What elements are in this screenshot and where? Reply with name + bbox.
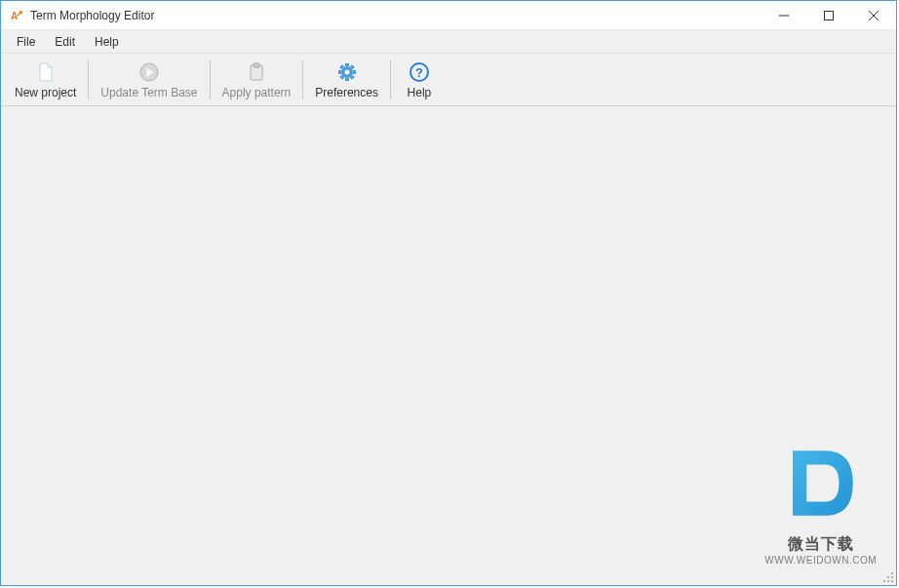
titlebar-left: A Term Morphology Editor <box>9 8 154 23</box>
svg-point-12 <box>891 572 893 574</box>
apply-pattern-button: Apply pattern <box>215 57 299 103</box>
new-file-icon <box>34 60 58 84</box>
preferences-label: Preferences <box>315 86 378 99</box>
new-project-button[interactable]: New project <box>7 57 84 103</box>
svg-rect-2 <box>825 11 834 20</box>
help-label: Help <box>408 86 432 99</box>
close-button[interactable] <box>851 1 896 29</box>
svg-text:A: A <box>11 11 18 21</box>
help-icon: ? <box>408 60 431 84</box>
content-area: 微当下载 WWW.WEIDOWN.COM <box>1 106 896 585</box>
svg-point-17 <box>891 580 893 582</box>
toolbar-separator <box>210 60 211 99</box>
play-icon <box>137 60 161 84</box>
help-button[interactable]: ? Help <box>395 57 444 103</box>
svg-point-15 <box>883 580 885 582</box>
watermark-logo-icon <box>774 437 867 529</box>
svg-point-5 <box>140 63 158 81</box>
preferences-button[interactable]: Preferences <box>307 57 386 103</box>
app-window: A Term Morphology Editor File Edit Help <box>0 0 897 586</box>
new-project-label: New project <box>15 86 76 99</box>
menu-edit[interactable]: Edit <box>45 32 85 52</box>
minimize-button[interactable] <box>762 1 806 29</box>
watermark: 微当下载 WWW.WEIDOWN.COM <box>764 437 877 566</box>
watermark-text2: WWW.WEIDOWN.COM <box>764 555 877 566</box>
menu-help[interactable]: Help <box>85 32 129 52</box>
toolbar: New project Update Term Base Apply patte… <box>1 54 896 106</box>
gear-icon <box>335 60 359 84</box>
app-title: Term Morphology Editor <box>30 9 154 22</box>
svg-rect-6 <box>251 65 262 80</box>
svg-text:?: ? <box>415 65 423 80</box>
toolbar-separator <box>88 60 89 99</box>
window-controls <box>762 1 896 29</box>
titlebar: A Term Morphology Editor <box>1 1 896 30</box>
svg-point-14 <box>891 576 893 578</box>
watermark-text1: 微当下载 <box>764 534 877 555</box>
app-icon: A <box>9 8 24 23</box>
apply-pattern-label: Apply pattern <box>222 86 292 99</box>
toolbar-separator <box>390 60 391 99</box>
resize-grip[interactable] <box>880 569 894 583</box>
svg-point-16 <box>887 580 889 582</box>
menu-file[interactable]: File <box>7 32 45 52</box>
menubar: File Edit Help <box>1 30 896 54</box>
svg-rect-7 <box>254 63 259 67</box>
clipboard-icon <box>245 60 268 84</box>
svg-point-9 <box>344 69 349 74</box>
update-term-base-button: Update Term Base <box>93 57 205 103</box>
toolbar-separator <box>302 60 303 99</box>
maximize-button[interactable] <box>806 1 851 29</box>
svg-point-13 <box>887 576 889 578</box>
update-term-base-label: Update Term Base <box>100 86 197 99</box>
